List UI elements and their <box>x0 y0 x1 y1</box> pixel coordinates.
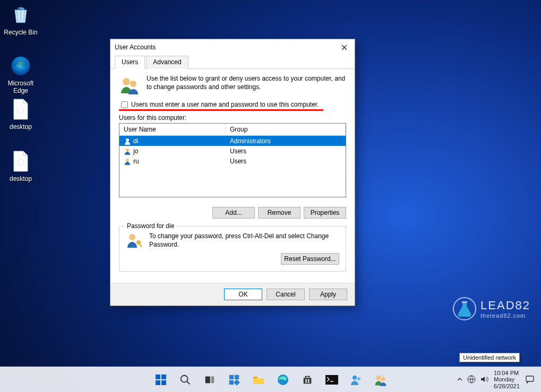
list-row[interactable]: diAdministrators <box>119 136 346 146</box>
watermark: LEAD82 thelead82.com <box>453 297 530 320</box>
terminal-button[interactable] <box>321 369 342 390</box>
edge-taskbar-button[interactable] <box>272 369 294 390</box>
desktop-icon-file-1[interactable]: desktop <box>1 97 40 130</box>
desktop-icon-label: Microsoft Edge <box>1 80 40 94</box>
user-group: Users <box>230 147 246 155</box>
windows-logo-icon <box>154 373 167 386</box>
desktop-icon-label: Recycle Bin <box>1 29 40 36</box>
window-title: User Accounts <box>115 43 156 51</box>
tab-users[interactable]: Users <box>115 56 145 69</box>
file-icon <box>8 97 33 122</box>
svg-point-8 <box>129 234 135 240</box>
search-button[interactable] <box>175 369 196 390</box>
svg-point-4 <box>130 81 136 87</box>
file-icon <box>8 149 33 174</box>
users-small-icon <box>350 373 363 386</box>
svg-rect-22 <box>234 379 240 386</box>
user-group: Administrators <box>230 137 271 145</box>
user-row-icon <box>124 147 131 155</box>
store-button[interactable] <box>297 369 318 390</box>
tab-strip: Users Advanced <box>110 55 355 69</box>
desktop-icon-label: desktop <box>1 123 40 130</box>
network-tooltip: Unidentified network <box>459 353 520 362</box>
svg-point-6 <box>126 149 129 152</box>
add-button[interactable]: Add... <box>212 207 255 219</box>
remove-button[interactable]: Remove <box>258 207 300 219</box>
users-list-label: Users for this computer: <box>119 114 346 121</box>
widgets-icon <box>228 374 240 386</box>
svg-rect-14 <box>156 380 160 385</box>
store-icon <box>302 374 313 386</box>
require-password-checkbox[interactable] <box>121 101 128 108</box>
svg-point-5 <box>126 138 129 142</box>
users-list[interactable]: User Name Group diAdministratorsjoUsersr… <box>119 123 346 197</box>
widgets-button[interactable] <box>224 369 245 390</box>
terminal-icon <box>325 375 338 385</box>
desktop-icon-label: desktop <box>1 175 40 182</box>
user-key-icon <box>126 232 143 249</box>
desktop-icon-file-2[interactable]: desktop <box>1 149 40 182</box>
user-row-icon <box>124 158 131 165</box>
svg-rect-13 <box>161 374 166 379</box>
desktop-icon-edge[interactable]: Microsoft Edge <box>1 53 40 94</box>
list-row[interactable]: joUsers <box>119 146 346 156</box>
apply-button[interactable]: Apply <box>309 289 347 300</box>
list-header: User Name Group <box>119 124 346 136</box>
network-icon[interactable] <box>467 375 476 384</box>
password-group-legend: Password for die <box>125 222 176 230</box>
settings-users-button[interactable] <box>346 369 367 390</box>
netplwiz-button[interactable] <box>370 369 391 390</box>
dialog-bottom-buttons: OK Cancel Apply <box>110 283 355 306</box>
highlight-underline <box>119 109 323 111</box>
svg-rect-18 <box>211 376 214 383</box>
users-icon <box>119 74 140 95</box>
svg-rect-17 <box>205 376 210 383</box>
volume-icon[interactable] <box>480 375 488 384</box>
watermark-url: thelead82.com <box>480 312 530 319</box>
tab-advanced[interactable]: Advanced <box>146 56 188 69</box>
search-icon <box>179 374 191 386</box>
recycle-bin-icon <box>8 2 33 28</box>
column-username[interactable]: User Name <box>119 124 226 135</box>
password-text: To change your password, press Ctrl-Alt-… <box>149 232 339 249</box>
task-view-icon <box>204 374 216 386</box>
taskbar-clock[interactable]: 10:04 PM Monday 6/28/2021 <box>494 370 520 390</box>
user-row-icon <box>124 137 131 145</box>
task-view-button[interactable] <box>199 369 220 390</box>
start-button[interactable] <box>150 369 171 390</box>
password-groupbox: Password for die To change your password… <box>119 226 346 272</box>
properties-button[interactable]: Properties <box>304 207 346 219</box>
tray-chevron-icon[interactable] <box>457 376 463 382</box>
user-group: Users <box>230 158 246 165</box>
svg-point-32 <box>381 377 385 381</box>
edge-icon <box>277 373 289 386</box>
require-password-label[interactable]: Users must enter a user name and passwor… <box>131 101 319 108</box>
user-name: di <box>133 137 138 145</box>
svg-point-31 <box>376 375 381 380</box>
svg-rect-20 <box>234 374 238 379</box>
close-button[interactable] <box>338 41 350 54</box>
notifications-icon[interactable] <box>525 374 535 384</box>
column-group[interactable]: Group <box>226 124 346 135</box>
desktop-icon-recycle-bin[interactable]: Recycle Bin <box>1 2 40 36</box>
svg-point-9 <box>136 240 141 245</box>
reset-password-button[interactable]: Reset Password... <box>281 253 339 265</box>
list-row[interactable]: ruUsers <box>119 156 346 166</box>
svg-rect-11 <box>462 301 467 303</box>
ok-button[interactable]: OK <box>224 289 262 300</box>
svg-rect-34 <box>526 376 534 381</box>
svg-rect-24 <box>305 379 307 381</box>
svg-rect-25 <box>307 379 309 381</box>
svg-rect-19 <box>229 374 233 379</box>
svg-rect-21 <box>229 380 233 384</box>
clock-day: Monday <box>494 376 520 383</box>
titlebar[interactable]: User Accounts <box>110 39 355 55</box>
cancel-button[interactable]: Cancel <box>267 289 305 300</box>
svg-rect-15 <box>161 380 166 385</box>
user-name: ru <box>133 158 139 165</box>
close-icon <box>341 45 347 50</box>
explorer-button[interactable] <box>248 369 269 390</box>
user-name: jo <box>133 147 138 155</box>
svg-point-29 <box>353 376 357 380</box>
edge-icon <box>8 53 33 79</box>
